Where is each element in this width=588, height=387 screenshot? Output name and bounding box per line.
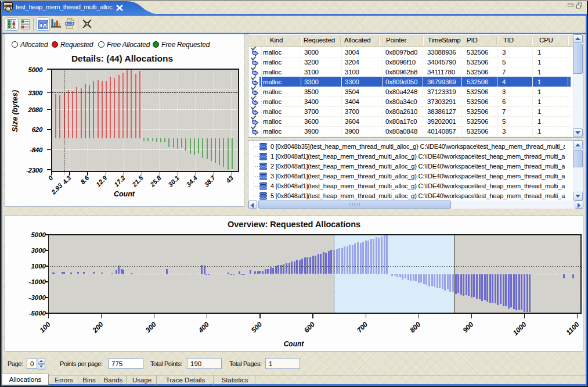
svg-text:620: 620 [32, 126, 43, 133]
svg-text:3300: 3300 [28, 89, 43, 96]
svg-text:900: 900 [461, 320, 475, 334]
svg-text:3000: 3000 [31, 247, 46, 254]
svg-text:5000: 5000 [28, 66, 43, 73]
svg-text:5000: 5000 [31, 231, 46, 238]
svg-text:8.6: 8.6 [79, 174, 91, 185]
svg-text:100: 100 [38, 320, 52, 334]
svg-text:-3000: -3000 [29, 294, 46, 301]
svg-text:30.1: 30.1 [167, 174, 181, 188]
svg-text:700: 700 [355, 320, 369, 334]
svg-text:2080: 2080 [28, 106, 43, 113]
svg-text:21.5: 21.5 [130, 174, 145, 188]
svg-text:800: 800 [408, 320, 422, 334]
svg-text:-840: -840 [30, 146, 43, 153]
svg-text:1000: 1000 [31, 263, 46, 270]
svg-text:12.9: 12.9 [95, 174, 109, 188]
svg-text:400: 400 [196, 320, 211, 335]
svg-text:4.3: 4.3 [61, 174, 73, 186]
svg-text:200: 200 [91, 320, 105, 335]
svg-text:Size (bytes): Size (bytes) [10, 90, 19, 132]
svg-text:Count: Count [284, 340, 305, 348]
svg-text:2.93: 2.93 [49, 182, 63, 196]
svg-text:300: 300 [144, 320, 158, 334]
svg-text:-2300: -2300 [26, 167, 43, 174]
svg-text:600: 600 [302, 320, 316, 334]
svg-text:500: 500 [250, 320, 264, 334]
svg-text:43: 43 [224, 174, 235, 185]
svg-text:0: 0 [47, 174, 55, 181]
svg-text:38.7: 38.7 [203, 174, 217, 188]
svg-text:25.8: 25.8 [148, 174, 163, 188]
svg-text:Count: Count [114, 190, 135, 198]
svg-text:1000: 1000 [511, 320, 528, 337]
svg-text:17.2: 17.2 [113, 174, 127, 188]
svg-text:1100: 1100 [564, 320, 580, 336]
svg-text:34.4: 34.4 [185, 174, 199, 188]
svg-text:-1000: -1000 [29, 278, 46, 285]
svg-text:-5000: -5000 [29, 310, 46, 317]
